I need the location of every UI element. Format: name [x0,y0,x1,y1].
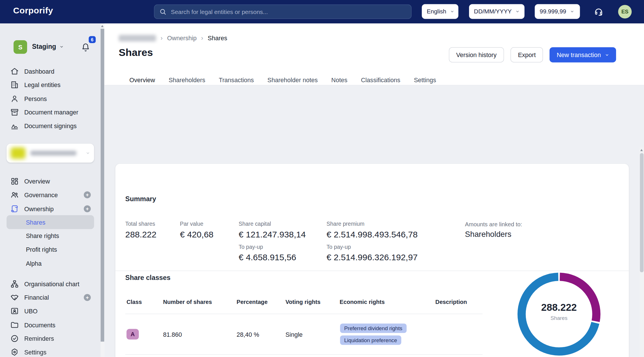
sidebar-item-profit-rights[interactable]: Profit rights [7,242,94,256]
row-a-percentage: 28,40 % [237,331,259,338]
signature-icon [10,121,19,130]
version-history-button[interactable]: Version history [449,47,504,62]
redacted-entity-name [30,151,76,156]
sidebar-item-share-rights[interactable]: Share rights [7,229,94,243]
scrollbar-thumb[interactable] [101,29,104,342]
row-a-voting: Single [285,331,303,338]
breadcrumb: › Ownership › Shares [119,35,227,41]
table-divider [125,314,483,314]
home-icon [10,67,19,75]
chevron-down-icon [570,9,574,13]
workspace-avatar[interactable]: S [13,40,27,54]
redacted-entity-crumb[interactable] [119,35,156,41]
donut-center-label: 288.222 Shares [517,302,601,321]
sidebar-item-governance[interactable]: Governance + [7,188,94,202]
share-premium-label: Share premium [327,221,365,227]
page-scrollbar[interactable] [639,148,644,357]
check-circle-icon [10,334,19,342]
add-governance-button[interactable]: + [84,191,91,198]
user-avatar[interactable]: ES [618,5,631,18]
economic-right-chip: Preferred dividend rights [340,324,406,333]
chevron-down-icon [86,151,90,155]
class-a-badge: A [126,329,139,339]
chevron-down-icon [450,9,454,13]
col-economic-rights: Economic rights [340,298,385,305]
economic-right-chip: Liquidation preference [340,335,401,345]
share-capital-payup-label: To pay-up [239,244,263,250]
app-window: Corporify English DD/MM/YYYY 99.999,99 E… [0,0,644,357]
sidebar-item-alpha[interactable]: Alpha [7,256,94,270]
sidebar-item-ownership[interactable]: Ownership + [7,201,94,215]
folder-icon [10,320,19,329]
col-number-of-shares: Number of shares [163,298,212,305]
share-classes-heading: Share classes [125,274,170,282]
page-title: Shares [119,47,153,59]
sidebar-item-documents[interactable]: Documents [7,318,94,332]
total-shares-label: Total shares [125,221,155,227]
date-format-select[interactable]: DD/MM/YYYY [469,4,524,19]
search-input[interactable] [170,8,406,15]
add-ownership-button[interactable]: + [84,205,91,212]
donut-total-shares: 288.222 [517,302,601,313]
global-search[interactable] [154,5,412,19]
share-capital-payup-value: € 4.658.915,56 [239,253,296,263]
col-percentage: Percentage [237,298,268,305]
export-button[interactable]: Export [511,47,543,62]
id-card-icon [10,306,19,315]
chevron-down-icon [59,45,63,49]
sidebar-item-ubo[interactable]: UBO [7,304,94,318]
search-icon [159,8,166,15]
main-content: › Ownership › Shares Shares Version hist… [104,23,644,357]
workspace-switcher[interactable]: Staging [32,43,63,51]
col-description: Description [435,298,467,305]
sidebar-item-financial[interactable]: Financial + [7,290,94,304]
person-icon [10,94,19,103]
sidebar-item-legal-entities[interactable]: Legal entities [7,78,94,92]
share-classes-donut-chart: 288.222 Shares [517,272,601,356]
chevron-down-icon [605,53,609,57]
sidebar: S Staging 6 Dashboard Legal entities Per… [0,23,101,357]
screen: Corporify English DD/MM/YYYY 99.999,99 E… [0,0,644,357]
people-group-icon [10,190,19,199]
notification-count-badge: 6 [89,36,96,43]
table-divider [125,354,483,355]
scrollbar-thumb[interactable] [640,153,644,272]
breadcrumb-current: Shares [208,35,227,41]
support-headset-icon[interactable] [594,7,603,16]
sidebar-item-persons[interactable]: Persons [7,92,94,106]
app-logo: Corporify [13,6,53,16]
sidebar-item-shares[interactable]: Shares [7,215,94,229]
share-premium-value: € 2.514.998.493.546,78 [327,229,418,239]
sidebar-item-overview[interactable]: Overview [7,174,94,188]
sidebar-item-document-manager[interactable]: Document manager [7,105,94,119]
number-format-select[interactable]: 99.999,99 [535,4,580,19]
entity-switcher-card[interactable] [7,144,94,163]
sidebar-item-organisational-chart[interactable]: Organisational chart [7,277,94,291]
scroll-up-arrow[interactable] [101,25,104,27]
sidebar-item-document-signings[interactable]: Document signings [7,119,94,133]
share-capital-label: Share capital [239,221,271,227]
share-capital-value: € 121.247.938,14 [239,229,306,239]
par-value-value: € 420,68 [180,229,214,239]
par-value-label: Par value [180,221,203,227]
notifications-bell-icon[interactable] [81,43,90,52]
org-chart-icon [10,279,19,288]
language-select[interactable]: English [422,4,458,19]
breadcrumb-ownership[interactable]: Ownership [167,35,197,41]
total-shares-value: 288.222 [125,229,156,239]
add-financial-button[interactable]: + [84,294,91,300]
new-transaction-button[interactable]: New transaction [550,47,616,62]
content-background: Summary Total shares 288.222 Par value €… [104,85,644,357]
col-voting-rights: Voting rights [285,298,321,305]
sidebar-scrollbar[interactable] [101,23,104,357]
breadcrumb-separator: › [201,35,203,41]
shares-overview-card: Summary Total shares 288.222 Par value €… [115,164,629,357]
grid-icon [10,177,19,185]
sidebar-item-dashboard[interactable]: Dashboard [7,64,94,78]
handshake-icon [10,293,19,302]
sidebar-item-settings[interactable]: Settings [7,345,94,357]
amounts-linked-label: Amounts are linked to: [465,221,522,227]
amounts-linked-value: Shareholders [465,230,512,239]
scroll-up-arrow[interactable] [640,149,643,151]
sidebar-item-reminders[interactable]: Reminders [7,331,94,345]
